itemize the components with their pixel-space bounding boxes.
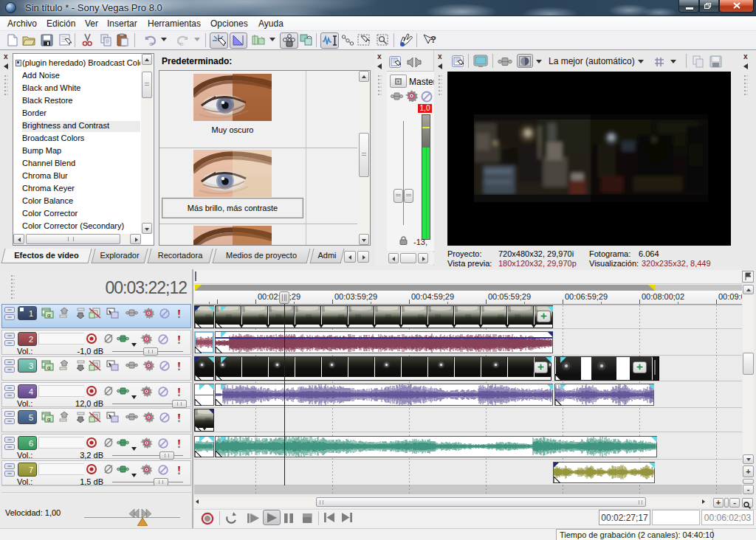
svg-text:α: α <box>47 312 51 319</box>
svg-text:α: α <box>47 364 51 371</box>
svg-text:?: ? <box>430 34 436 45</box>
svg-text:α: α <box>47 416 51 423</box>
